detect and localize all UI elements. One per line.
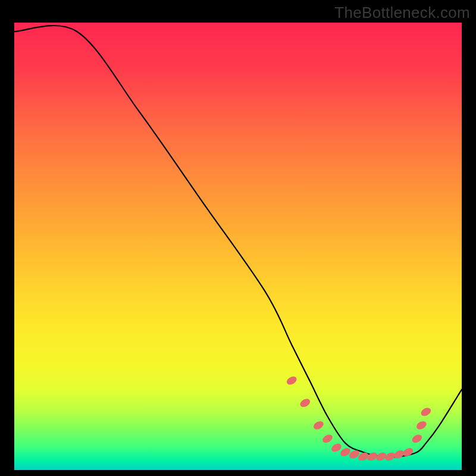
plot-area — [14, 23, 462, 470]
chart-svg — [14, 23, 462, 470]
watermark-text: TheBottleneck.com — [334, 4, 470, 22]
chart-marker — [419, 406, 433, 418]
chart-marker — [415, 419, 428, 431]
chart-container: TheBottleneck.com — [0, 0, 476, 476]
chart-marker — [411, 433, 424, 444]
chart-marker — [285, 375, 298, 386]
chart-curve — [14, 26, 462, 457]
chart-marker — [312, 419, 325, 431]
chart-marker — [321, 433, 334, 444]
chart-markers — [285, 375, 432, 462]
chart-marker — [299, 397, 312, 409]
